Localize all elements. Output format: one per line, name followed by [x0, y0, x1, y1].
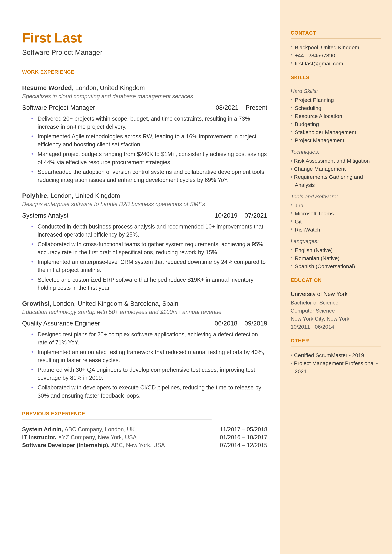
bullet-item: Spearheaded the adoption of version cont… — [33, 168, 267, 184]
work-experience-heading: WORK EXPERIENCE — [22, 69, 267, 75]
company-name: Polyhire, — [22, 192, 50, 199]
divider — [291, 346, 381, 346]
list-item: Certified ScrumMaster - 2019 — [291, 351, 381, 359]
resume-page: First Last Software Project Manager WORK… — [0, 0, 392, 554]
bullet-item: Conducted in-depth business process anal… — [33, 223, 267, 239]
company-name: Resume Worded, — [22, 84, 75, 91]
previous-experience-list: System Admin, ABC Company, London, UK11/… — [22, 426, 267, 449]
job-bullets: Delivered 20+ projects within scope, bud… — [22, 115, 267, 184]
skills-heading: SKILLS — [291, 75, 381, 80]
job-entry: Growthsi, London, United Kingdom & Barce… — [22, 300, 267, 400]
role-title: Software Project Manager — [22, 104, 95, 111]
main-column: First Last Software Project Manager WORK… — [0, 0, 280, 554]
list-item: Requirements Gathering and Analysis — [291, 173, 381, 189]
bullet-item: Managed project budgets ranging from $24… — [33, 150, 267, 166]
education-dates: 10/2011 - 06/2014 — [291, 323, 381, 331]
job-bullets: Conducted in-depth business process anal… — [22, 223, 267, 292]
list-item: Change Management — [291, 165, 381, 173]
previous-row: System Admin, ABC Company, London, UK11/… — [22, 426, 267, 433]
list-item: Project Management — [291, 136, 381, 144]
job-entry: Polyhire, London, United KingdomDesigns … — [22, 192, 267, 292]
list-item: Microsoft Teams — [291, 210, 381, 218]
divider — [22, 78, 211, 78]
education-school: University of New York — [291, 291, 381, 297]
previous-title-loc: System Admin, ABC Company, London, UK — [22, 426, 135, 433]
previous-title: System Admin, — [22, 426, 65, 433]
job-entry: Resume Worded, London, United KingdomSpe… — [22, 84, 267, 184]
role-dates: 08/2021 – Present — [216, 104, 267, 111]
bullet-item: Designed test plans for 20+ complex soft… — [33, 330, 267, 346]
role-row: Quality Assurance Engineer06/2018 – 09/2… — [22, 320, 267, 327]
techniques-label: Techniques: — [291, 149, 381, 155]
hard-skills-list: Project PlanningSchedulingResource Alloc… — [291, 96, 381, 144]
company-description: Education technology startup with 50+ em… — [22, 309, 267, 315]
job-company-line: Polyhire, London, United Kingdom — [22, 192, 267, 199]
languages-label: Languages: — [291, 238, 381, 244]
previous-location: ABC, New York, USA — [111, 442, 165, 448]
list-item: +44 1234567890 — [291, 51, 381, 60]
previous-row: IT Instructor, XYZ Company, New York, US… — [22, 434, 267, 441]
company-location: London, United Kingdom — [75, 84, 145, 91]
bullet-item: Implemented an automated testing framewo… — [33, 348, 267, 364]
education-location: New York City, New York — [291, 315, 381, 323]
divider — [291, 83, 381, 83]
company-description: Specializes in cloud computing and datab… — [22, 93, 267, 100]
other-list: Certified ScrumMaster - 2019Project Mana… — [291, 351, 381, 375]
bullet-item: Selected and customized ERP software tha… — [33, 276, 267, 292]
techniques-list: Risk Assessment and MitigationChange Man… — [291, 157, 381, 189]
tools-list: JiraMicrosoft TeamsGitRiskWatch — [291, 202, 381, 234]
education-major: Computer Science — [291, 307, 381, 315]
list-item: Scheduling — [291, 104, 381, 112]
list-item: Stakeholder Management — [291, 128, 381, 136]
work-experience-list: Resume Worded, London, United KingdomSpe… — [22, 84, 267, 400]
job-bullets: Designed test plans for 20+ complex soft… — [22, 330, 267, 400]
company-description: Designs enterprise software to handle B2… — [22, 201, 267, 208]
list-item: RiskWatch — [291, 226, 381, 234]
list-item: Project Planning — [291, 96, 381, 104]
job-company-line: Resume Worded, London, United Kingdom — [22, 84, 267, 91]
previous-dates: 11/2017 – 05/2018 — [220, 426, 267, 433]
divider — [291, 286, 381, 286]
previous-dates: 01/2016 – 10/2017 — [220, 434, 267, 441]
company-location: London, United Kingdom — [50, 192, 120, 199]
list-item: Git — [291, 218, 381, 226]
sidebar-column: CONTACT Blackpool, United Kingdom+44 123… — [280, 0, 392, 554]
previous-experience-heading: PREVIOUS EXPERIENCE — [22, 411, 267, 417]
list-item: Spanish (Conversational) — [291, 262, 381, 270]
bullet-item: Partnered with 30+ QA engineers to devel… — [33, 366, 267, 382]
previous-location: XYZ Company, New York, USA — [58, 434, 137, 441]
contact-heading: CONTACT — [291, 30, 381, 36]
bullet-item: Collaborated with developers to execute … — [33, 383, 267, 400]
previous-title-loc: IT Instructor, XYZ Company, New York, US… — [22, 434, 137, 441]
bullet-item: Collaborated with cross-functional teams… — [33, 240, 267, 256]
candidate-name: First Last — [22, 30, 267, 46]
previous-location: ABC Company, London, UK — [65, 426, 135, 433]
divider — [291, 38, 381, 39]
education-block: University of New York Bachelor of Scien… — [291, 291, 381, 331]
list-item: Blackpool, United Kingdom — [291, 43, 381, 51]
other-heading: OTHER — [291, 338, 381, 344]
education-degree: Bachelor of Science — [291, 299, 381, 307]
hard-skills-label: Hard Skills: — [291, 88, 381, 94]
role-row: Software Project Manager08/2021 – Presen… — [22, 104, 267, 111]
job-company-line: Growthsi, London, United Kingdom & Barce… — [22, 300, 267, 307]
candidate-title: Software Project Manager — [22, 49, 267, 56]
previous-dates: 07/2014 – 12/2015 — [220, 442, 267, 449]
bullet-item: Implemented Agile methodologies across R… — [33, 132, 267, 148]
company-location: London, United Kingdom & Barcelona, Spai… — [53, 300, 178, 307]
education-heading: EDUCATION — [291, 277, 381, 283]
role-dates: 10/2019 – 07/2021 — [215, 212, 267, 219]
company-name: Growthsi, — [22, 300, 53, 307]
divider — [22, 420, 211, 420]
list-item: Romanian (Native) — [291, 254, 381, 262]
list-item: English (Native) — [291, 246, 381, 254]
previous-title-loc: Software Developer (Internship), ABC, Ne… — [22, 442, 165, 449]
tools-label: Tools and Software: — [291, 193, 381, 200]
role-row: Systems Analyst10/2019 – 07/2021 — [22, 212, 267, 219]
list-item: Project Management Professional - 2021 — [291, 359, 381, 375]
bullet-item: Implemented an enterprise-level CRM syst… — [33, 258, 267, 274]
role-title: Systems Analyst — [22, 212, 68, 219]
previous-title: IT Instructor, — [22, 434, 58, 441]
languages-list: English (Native)Romanian (Native)Spanish… — [291, 246, 381, 270]
role-dates: 06/2018 – 09/2019 — [215, 320, 267, 327]
